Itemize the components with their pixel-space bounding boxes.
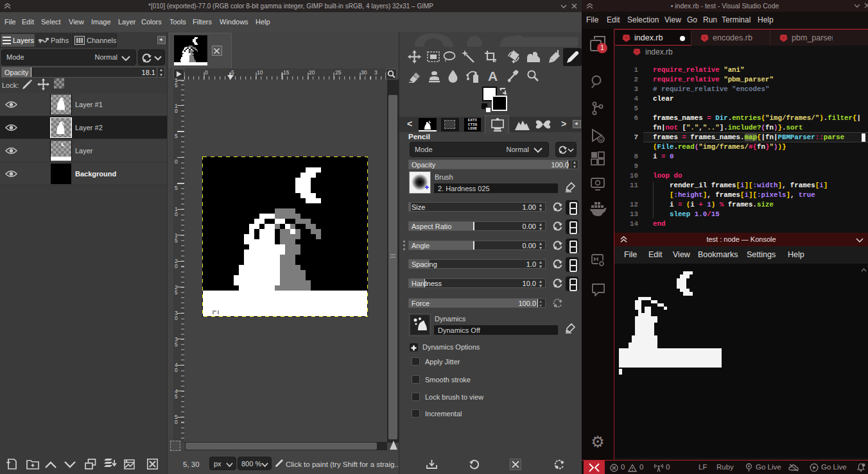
svg-text:A: A	[488, 70, 498, 83]
